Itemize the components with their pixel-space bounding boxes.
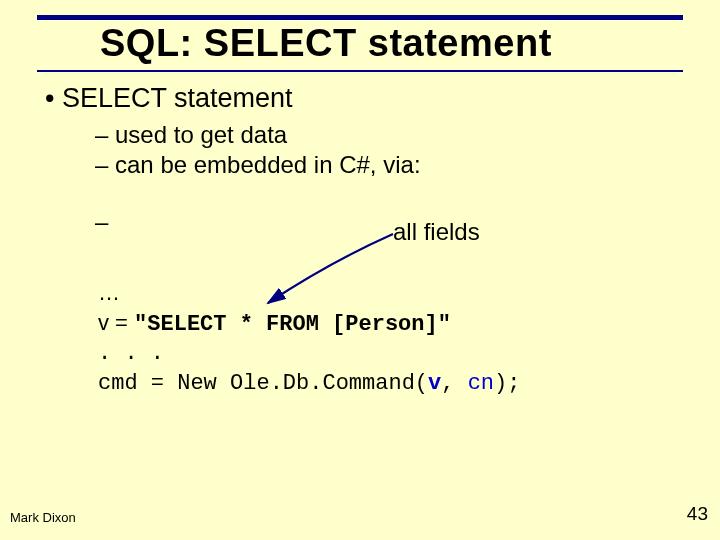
top-thick-rule (37, 15, 683, 20)
code-line-3: . . . (98, 339, 520, 369)
arrow-to-asterisk (0, 0, 720, 540)
code-l2-sql: "SELECT * FROM [Person]" (134, 312, 451, 337)
content-region: • SELECT statement – used to get data – … (37, 83, 683, 236)
code-l4-param-v: v (428, 371, 441, 396)
annotation-all-fields: all fields (393, 218, 480, 246)
code-l4-a: cmd = New Ole.Db.Command( (98, 371, 428, 396)
title-underline (37, 70, 683, 72)
bullet-level2-b-text: can be embedded in C#, via: (115, 151, 421, 178)
bullet-level1: • SELECT statement (45, 83, 683, 114)
lone-dash: – (95, 208, 683, 236)
bullet-level2-a-text: used to get data (115, 121, 287, 148)
code-l4-param-cn: cn (468, 371, 494, 396)
bullet-level2-b: – can be embedded in C#, via: (95, 150, 683, 180)
footer-page-number: 43 (687, 503, 708, 525)
code-block: … v = "SELECT * FROM [Person]" . . . cmd… (98, 278, 520, 399)
code-line-1: … (98, 278, 520, 308)
code-line-4: cmd = New Ole.Db.Command(v, cn); (98, 369, 520, 399)
code-l4-c: , (441, 371, 467, 396)
code-line-2: v = "SELECT * FROM [Person]" (98, 308, 520, 340)
footer-author: Mark Dixon (10, 510, 76, 525)
code-l2-lhs: v = (98, 310, 134, 335)
slide-title: SQL: SELECT statement (100, 22, 552, 65)
bullet-level2-a: – used to get data (95, 120, 683, 150)
code-l4-e: ); (494, 371, 520, 396)
bullet-level1-text: SELECT statement (62, 83, 293, 113)
